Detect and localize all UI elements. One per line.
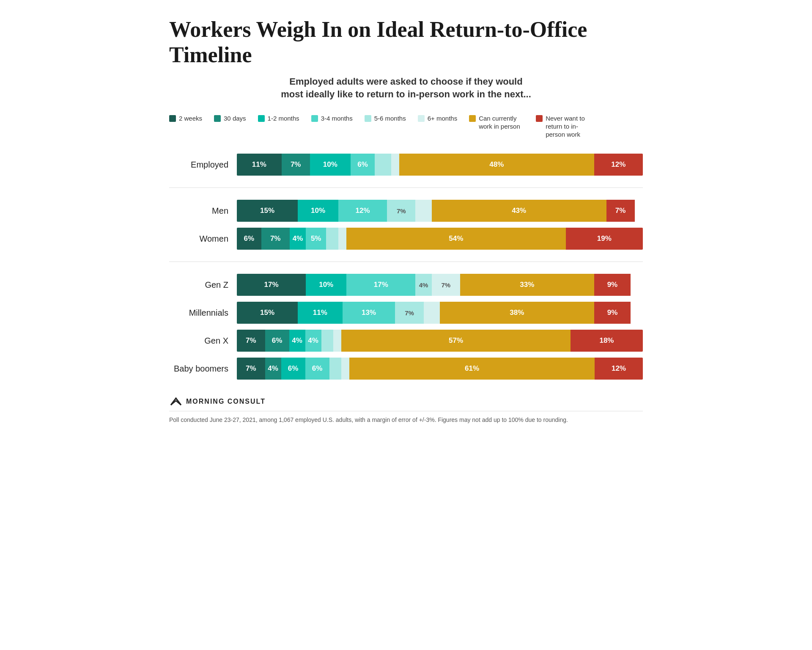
bar-segment: 6% [305,358,329,380]
bar-segment: 54% [346,228,565,250]
bar-container: 11%7%10%6%48%12% [237,154,643,176]
chart-row: Gen X7%6%4%4%57%18% [169,330,643,352]
legend-swatch [469,115,476,122]
bar-segment [333,330,341,352]
legend-label: Never want to return to in-person work [546,115,591,138]
bar-segment: 15% [237,200,298,222]
bar-segment [415,200,431,222]
bar-segment: 10% [310,154,351,176]
chart-row: Women6%7%4%5%54%19% [169,228,643,250]
row-label: Employed [169,160,237,170]
legend-item: 6+ months [418,115,457,123]
morning-consult-logo-icon [169,397,183,407]
bar-segment: 9% [594,302,631,324]
bar-segment: 6% [237,228,261,250]
chart-title: Workers Weigh In on Ideal Return-to-Offi… [169,17,643,68]
bar-segment: 19% [566,228,643,250]
bar-segment [391,154,399,176]
bar-segment: 6% [351,154,375,176]
legend-swatch [169,115,176,122]
legend-swatch [418,115,425,122]
bar-segment: 4% [415,274,431,296]
chart-subtitle: Employed adults were asked to choose if … [169,75,643,102]
footer-note: Poll conducted June 23-27, 2021, among 1… [169,411,643,423]
bar-segment: 61% [349,358,595,380]
legend-item: 3-4 months [311,115,353,123]
bar-segment: 12% [338,200,387,222]
legend-item: 5-6 months [365,115,406,123]
bar-segment: 11% [237,154,282,176]
logo-text: MORNING CONSULT [186,398,266,405]
row-label: Millennials [169,308,237,318]
bar-segment: 43% [432,200,606,222]
chart-row: Millennials15%11%13%7%38%9% [169,302,643,324]
bar-segment: 9% [594,274,631,296]
bar-segment: 10% [298,200,338,222]
bar-segment: 7% [237,330,265,352]
legend-item: 2 weeks [169,115,202,123]
legend-swatch [258,115,265,122]
bar-segment [321,330,334,352]
section-group-gender: Men15%10%12%7%43%7%Women6%7%4%5%54%19% [169,200,643,250]
bar-segment: 12% [595,358,643,380]
legend-item: Can currently work in person [469,115,524,131]
bar-segment: 57% [341,330,571,352]
bar-segment: 18% [571,330,643,352]
bar-segment [329,358,342,380]
bar-container: 15%10%12%7%43%7% [237,200,643,222]
chart-row: Gen Z17%10%17%4%7%33%9% [169,274,643,296]
legend-label: 1-2 months [268,115,299,123]
chart-row: Employed11%7%10%6%48%12% [169,154,643,176]
bar-segment: 7% [606,200,635,222]
bar-segment: 7% [237,358,265,380]
legend-swatch [311,115,318,122]
bar-segment: 11% [298,302,343,324]
bar-segment: 7% [395,302,423,324]
chart-legend: 2 weeks 30 days 1-2 months 3-4 months 5-… [169,115,643,138]
row-label: Women [169,234,237,244]
bar-segment: 17% [346,274,415,296]
bar-segment: 4% [265,358,281,380]
section-divider [169,262,643,262]
bar-segment [338,228,346,250]
section-group-overall: Employed11%7%10%6%48%12% [169,154,643,176]
legend-label: 3-4 months [321,115,353,123]
bar-segment: 4% [290,228,306,250]
bar-segment: 6% [281,358,305,380]
bar-container: 15%11%13%7%38%9% [237,302,643,324]
legend-swatch [536,115,543,122]
bar-container: 7%4%6%6%61%12% [237,358,643,380]
bar-segment [341,358,349,380]
bar-segment: 33% [460,274,594,296]
bar-segment: 6% [265,330,289,352]
section-divider [169,187,643,188]
footer-logo: MORNING CONSULT [169,397,643,407]
row-label: Men [169,206,237,216]
legend-label: 2 weeks [179,115,202,123]
legend-item: 1-2 months [258,115,299,123]
bar-segment: 17% [237,274,306,296]
bar-segment: 7% [261,228,290,250]
bar-segment: 4% [289,330,305,352]
bar-container: 6%7%4%5%54%19% [237,228,643,250]
bar-segment: 38% [440,302,594,324]
bar-segment: 4% [305,330,321,352]
legend-item: 30 days [214,115,246,123]
bar-segment: 10% [306,274,346,296]
bar-segment [326,228,338,250]
bar-segment: 7% [387,200,415,222]
legend-swatch [214,115,221,122]
chart-row: Men15%10%12%7%43%7% [169,200,643,222]
bar-segment [375,154,391,176]
bar-segment: 7% [432,274,460,296]
chart-row: Baby boomers7%4%6%6%61%12% [169,358,643,380]
row-label: Gen X [169,336,237,346]
legend-label: 6+ months [428,115,457,123]
bar-container: 7%6%4%4%57%18% [237,330,643,352]
bar-segment: 12% [594,154,643,176]
bar-segment [424,302,440,324]
legend-label: 5-6 months [374,115,406,123]
row-label: Baby boomers [169,364,237,374]
bar-segment: 13% [343,302,395,324]
legend-swatch [365,115,371,122]
